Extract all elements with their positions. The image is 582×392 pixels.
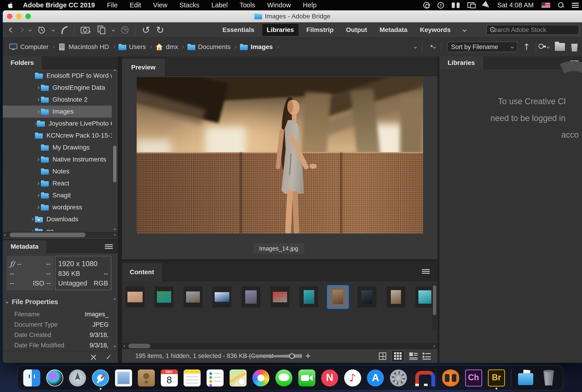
dock-icon-trash[interactable] — [540, 370, 557, 386]
tab-folders[interactable]: Folders — [3, 56, 42, 69]
tab-metadata[interactable]: Metadata — [375, 24, 412, 36]
dock-icon-contacts[interactable] — [138, 370, 155, 386]
tab-keywords[interactable]: Keywords — [415, 24, 455, 36]
minimize-window-button[interactable] — [16, 14, 22, 19]
dock-icon-photos[interactable] — [252, 370, 270, 386]
dock-icon-adobe-ch[interactable]: Ch — [465, 370, 482, 386]
thumbnail-6[interactable] — [270, 286, 290, 308]
folder-item-joyoshare-livephoto-co[interactable]: Joyoshare LivePhoto Co — [3, 118, 112, 130]
dock-icon-binoculars-app[interactable] — [442, 370, 459, 386]
dock-icon-adobe-bridge[interactable]: Br — [488, 370, 505, 386]
thumbnail-view-button[interactable] — [392, 350, 404, 362]
scroll-right-icon[interactable]: › — [114, 232, 116, 238]
thumbnail-3[interactable] — [184, 286, 202, 308]
breadcrumb-item-users[interactable]: Users — [118, 43, 146, 50]
folder-item-snagit[interactable]: Snagit — [3, 189, 112, 201]
dock-icon-notes[interactable] — [184, 370, 200, 386]
zoom-in-button[interactable]: + — [305, 351, 310, 361]
quality-chevron[interactable] — [414, 46, 417, 48]
thumbnail-quality-icon[interactable] — [385, 43, 394, 51]
tab-libraries[interactable]: Libraries — [262, 24, 298, 36]
grid-view-button[interactable] — [378, 352, 387, 360]
breadcrumb-item-dmx[interactable]: dmx — [155, 43, 178, 50]
list-view-button[interactable] — [422, 352, 431, 360]
details-view-button[interactable] — [409, 352, 418, 360]
more-workspaces-chevron[interactable] — [462, 28, 466, 32]
sort-ascending-button[interactable]: ↑ — [523, 42, 530, 52]
content-hscroll-thumb[interactable] — [128, 344, 150, 348]
breadcrumb-item-documents[interactable]: Documents — [188, 43, 231, 50]
panel-splitter-right[interactable] — [438, 56, 440, 363]
dock-icon-calendar[interactable]: DEC8 — [161, 370, 178, 386]
boomerang-icon[interactable] — [60, 25, 68, 34]
dock-icon-facetime[interactable] — [298, 370, 316, 386]
binoculars-menu-icon[interactable] — [452, 2, 460, 8]
app-menu-title[interactable]: Adobe Bridge CC 2019 — [23, 2, 95, 9]
metadata-cancel-button[interactable]: × — [90, 352, 98, 362]
dock-icon-reminders[interactable] — [206, 370, 224, 386]
folder-item-native-instruments[interactable]: Native Instruments — [3, 154, 112, 166]
thumbnail-9[interactable] — [358, 286, 376, 308]
dock-icon-messages[interactable] — [275, 370, 292, 386]
dock-icon-siri[interactable] — [46, 370, 63, 386]
spotlight-search-icon[interactable] — [558, 2, 564, 8]
notification-center-icon[interactable] — [572, 3, 579, 8]
tab-essentials[interactable]: Essentials — [218, 24, 259, 36]
displays-menu-icon[interactable] — [468, 2, 476, 8]
tab-content[interactable]: Content — [122, 263, 162, 281]
dock-icon-appstore[interactable]: A — [367, 370, 384, 386]
rotate-cw-button[interactable]: ↻ — [156, 24, 164, 36]
metadata-apply-button[interactable]: ✓ — [106, 353, 112, 362]
thumbnail-2[interactable] — [154, 286, 174, 308]
new-folder-button[interactable] — [555, 43, 565, 51]
breadcrumb-item-images[interactable]: Images — [240, 43, 273, 50]
scroll-left-icon[interactable]: ‹ — [4, 232, 6, 238]
expander-chevron[interactable] — [36, 194, 40, 197]
folder-item-ghostengine-data[interactable]: GhostEngine Data — [3, 82, 112, 94]
folders-scroll-thumb[interactable] — [113, 146, 116, 182]
dock-icon-safari[interactable] — [92, 370, 109, 386]
thumbnail-8-selected[interactable] — [327, 285, 349, 309]
folder-item-wordpress[interactable]: wordpress — [3, 201, 112, 213]
breadcrumb-item-macintosh-hd[interactable]: Macintosh HD — [58, 43, 109, 50]
content-vertical-scrollbar[interactable] — [432, 284, 436, 330]
recent-locations-chevron[interactable] — [28, 28, 32, 32]
menu-item-edit[interactable]: Edit — [130, 2, 141, 9]
dock-icon-finder[interactable] — [23, 370, 40, 386]
folder-item-enolsoft-pdf-to-word-w[interactable]: Enolsoft PDF to Word w — [3, 70, 112, 82]
thumbnail-10[interactable] — [386, 286, 405, 308]
content-horizontal-scrollbar[interactable]: ‹ › — [122, 343, 438, 349]
breadcrumb-item-computer[interactable]: Computer — [9, 43, 48, 50]
thumbnail-size-slider[interactable] — [289, 353, 295, 359]
dock-icon-launchpad[interactable] — [69, 370, 86, 386]
close-window-button[interactable] — [7, 14, 12, 19]
folder-item-notes[interactable]: Notes — [3, 166, 112, 177]
metadata-vertical-scrollbar[interactable]: ⌃ ⌄ — [112, 299, 117, 347]
content-menu-icon[interactable] — [422, 269, 430, 274]
history-clock-icon[interactable] — [37, 25, 46, 34]
dock-icon-maps[interactable] — [230, 370, 246, 386]
scroll-down-icon[interactable]: ⌄ — [113, 342, 117, 348]
preview-image[interactable] — [137, 77, 423, 234]
tab-preview[interactable]: Preview — [122, 59, 165, 76]
folder-item-my-drawings[interactable]: My Drawings — [3, 142, 112, 154]
menu-item-stacks[interactable]: Stacks — [180, 2, 200, 9]
dock-icon-news[interactable]: N — [321, 370, 338, 386]
expander-chevron[interactable] — [36, 86, 40, 89]
scroll-up-icon[interactable]: ⌃ — [113, 298, 117, 303]
sort-dropdown[interactable]: Sort by Filename — [447, 42, 517, 52]
creative-cloud-menu-icon[interactable] — [423, 2, 430, 8]
dock-icon-downloads-folder[interactable] — [517, 370, 534, 386]
content-vscroll-thumb[interactable] — [433, 285, 436, 315]
input-language-flag-icon[interactable] — [542, 2, 550, 8]
copy-files-chevron[interactable] — [112, 28, 115, 32]
menu-item-window[interactable]: Window — [267, 2, 291, 9]
expander-chevron[interactable] — [36, 110, 40, 113]
tab-output[interactable]: Output — [342, 24, 372, 36]
thumbnail-5[interactable] — [242, 286, 260, 308]
folder-item-ghostnote-2[interactable]: Ghostnote 2 — [3, 94, 112, 106]
preview-quality-icon[interactable] — [400, 43, 409, 51]
folder-item-downloads[interactable]: Downloads — [3, 213, 112, 225]
forward-button[interactable] — [19, 28, 24, 33]
status-circle-menu-icon[interactable] — [438, 2, 444, 8]
